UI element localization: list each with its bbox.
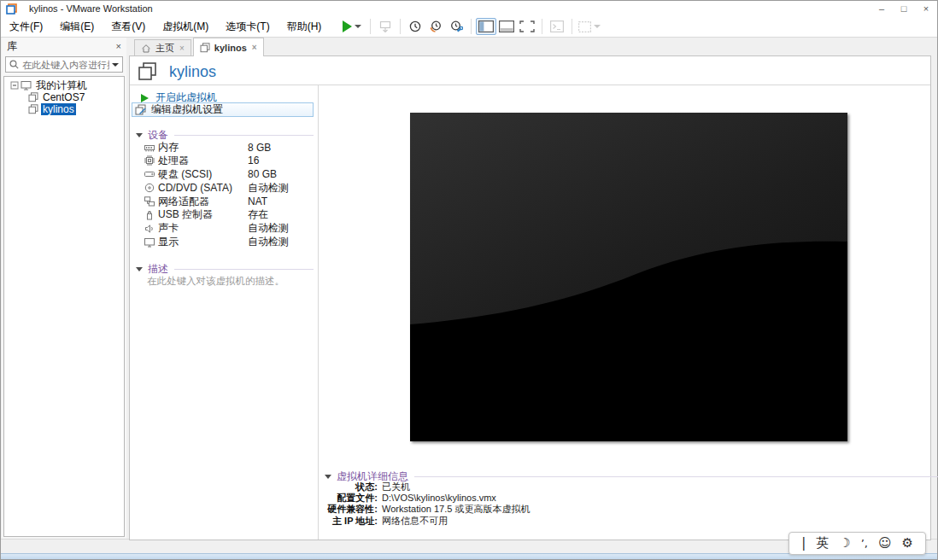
console-icon: [550, 20, 564, 32]
home-icon: [141, 44, 151, 54]
show-thumbnail-bar-button[interactable]: [496, 18, 517, 35]
sound-icon: [144, 224, 158, 234]
device-name: CD/DVD (SATA): [158, 182, 248, 194]
tree-item-label: kylinos: [41, 103, 76, 115]
processor-icon: [144, 155, 158, 166]
device-name: 声卡: [158, 221, 248, 236]
tree-item-centos7[interactable]: CentOS7: [4, 91, 124, 103]
device-value: 16: [248, 155, 315, 166]
take-snapshot-button[interactable]: [405, 18, 425, 35]
snapshot-clock-icon: [408, 20, 422, 33]
device-name: 内存: [158, 140, 248, 155]
ime-text-caret-icon[interactable]: |: [801, 533, 806, 554]
detail-label: 主 IP 地址:: [325, 516, 378, 527]
titlebar: kylinos - VMware Workstation – □ ×: [1, 1, 937, 16]
menu-item-3[interactable]: 虚拟机(M): [154, 17, 217, 37]
menu-items: 文件(F)编辑(E)查看(V)虚拟机(M)选项卡(T)帮助(H): [1, 17, 330, 37]
device-row-display[interactable]: 显示自动检测: [144, 235, 315, 248]
ime-punctuation-mode-icon[interactable]: ’,: [861, 533, 868, 554]
toolbar: [338, 18, 602, 35]
detail-row: 状态:已关机: [325, 481, 530, 493]
device-value: NAT: [248, 195, 315, 207]
ime-gear-icon[interactable]: ⚙: [902, 533, 913, 554]
edit-vm-settings-label: 编辑虚拟机设置: [151, 102, 223, 117]
device-row-processor[interactable]: 处理器16: [144, 154, 315, 167]
device-value: 8 GB: [248, 142, 315, 154]
divider: [174, 269, 314, 270]
device-row-memory[interactable]: 内存8 GB: [144, 140, 315, 154]
search-input[interactable]: [22, 60, 109, 70]
device-name: 硬盘 (SCSI): [158, 167, 248, 182]
divider: [414, 476, 938, 477]
menu-item-4[interactable]: 选项卡(T): [217, 17, 278, 37]
detail-value: 网络信息不可用: [382, 516, 530, 527]
collapse-triangle-icon: [325, 475, 331, 479]
power-on-button[interactable]: [338, 18, 366, 35]
collapse-triangle-icon: [136, 267, 143, 271]
snapshot-manager-button[interactable]: [446, 18, 466, 35]
vm-icon: [28, 104, 38, 114]
detail-value: 已关机: [382, 481, 530, 493]
ime-moon-icon[interactable]: ☽: [839, 533, 850, 554]
device-row-sound[interactable]: 声卡自动检测: [144, 221, 315, 235]
device-row-usb[interactable]: USB 控制器存在: [144, 207, 315, 221]
library-search[interactable]: [5, 56, 123, 73]
vm-summary-panel: kylinos 开启此虚拟机 编辑虚拟机设置 设备 内存8 GB处理器16硬盘 …: [129, 55, 931, 540]
divider: [174, 135, 314, 136]
detail-label: 配置文件:: [325, 493, 378, 504]
usb-icon: [144, 210, 158, 220]
tree-root-my-computer[interactable]: 我的计算机: [4, 79, 124, 91]
search-dropdown-icon[interactable]: [112, 63, 119, 67]
menubar: 文件(F)编辑(E)查看(V)虚拟机(M)选项卡(T)帮助(H): [1, 16, 937, 38]
memory-icon: [144, 143, 158, 153]
tree-item-kylinos[interactable]: kylinos: [4, 103, 124, 115]
detail-value: Workstation 17.5 或更高版本虚拟机: [382, 504, 530, 515]
show-library-button[interactable]: [476, 18, 496, 35]
device-name: 处理器: [158, 154, 248, 168]
menu-item-5[interactable]: 帮助(H): [278, 17, 331, 37]
library-close-icon[interactable]: ×: [116, 41, 121, 51]
tab-主页[interactable]: 主页×: [134, 39, 191, 56]
enter-fullscreen-button[interactable]: [517, 18, 537, 35]
vm-icon: [138, 61, 158, 82]
network-icon: [144, 196, 158, 207]
edit-vm-settings-link[interactable]: 编辑虚拟机设置: [132, 102, 314, 117]
vm-screenshot-image: [410, 113, 847, 441]
vm-icon: [28, 92, 38, 102]
unity-mode-button: [577, 18, 602, 35]
ime-emoji-icon[interactable]: ☺: [878, 533, 892, 554]
close-button[interactable]: ×: [915, 1, 937, 16]
play-icon: [141, 94, 149, 102]
detail-label: 状态:: [325, 481, 378, 493]
device-value: 80 GB: [248, 168, 315, 180]
send-ctrl-alt-del-button: [375, 18, 396, 35]
ime-language-mode-icon[interactable]: 英: [816, 533, 829, 554]
menu-item-2[interactable]: 查看(V): [103, 17, 154, 37]
vm-icon: [200, 43, 210, 53]
device-name: USB 控制器: [158, 207, 248, 222]
device-name: 网络适配器: [158, 195, 248, 209]
expander-icon[interactable]: [10, 81, 19, 90]
window-title: kylinos - VMware Workstation: [29, 3, 153, 14]
device-row-network[interactable]: 网络适配器NAT: [144, 195, 315, 208]
cd-icon: [144, 183, 158, 193]
tab-kylinos[interactable]: kylinos×: [193, 38, 264, 56]
maximize-button[interactable]: □: [893, 1, 915, 16]
disk-icon: [144, 169, 158, 179]
detail-row: 配置文件:D:\VOS\kylinos\kylinos.vmx: [325, 493, 530, 504]
tree-root-label: 我的计算机: [34, 79, 89, 93]
library-sidebar: 库 × 我的计算机CentOS7kylinos: [2, 38, 126, 539]
menu-item-0[interactable]: 文件(F): [1, 17, 51, 37]
tree-item-label: CentOS7: [41, 91, 86, 103]
play-icon: [343, 20, 352, 32]
device-row-disk[interactable]: 硬盘 (SCSI)80 GB: [144, 167, 315, 181]
description-placeholder[interactable]: 在此处键入对该虚拟机的描述。: [147, 275, 284, 288]
menu-item-1[interactable]: 编辑(E): [51, 17, 103, 37]
revert-snapshot-button[interactable]: [425, 18, 446, 35]
tab-close-icon[interactable]: ×: [179, 44, 185, 53]
device-value: 自动检测: [248, 221, 315, 236]
minimize-button[interactable]: –: [871, 1, 893, 16]
device-row-cd[interactable]: CD/DVD (SATA)自动检测: [144, 181, 315, 195]
vm-screen-preview[interactable]: [410, 113, 847, 441]
tab-close-icon[interactable]: ×: [252, 43, 257, 52]
